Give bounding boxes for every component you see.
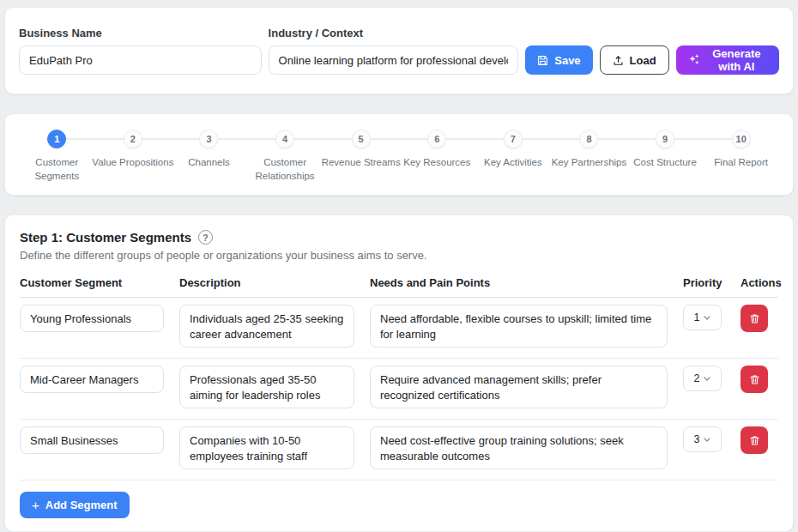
- step-label: Key Partnerships: [552, 156, 627, 170]
- stepper-step-cost-structure[interactable]: 9 Cost Structure: [627, 130, 704, 183]
- step-connector-line: [247, 138, 275, 140]
- step-connector-line: [751, 138, 779, 140]
- stepper-card: 1 Customer Segments 2 Value Propositions…: [4, 113, 794, 196]
- priority-select[interactable]: 1: [683, 305, 722, 330]
- step-circle: 7: [504, 130, 523, 148]
- stepper-step-revenue-streams[interactable]: 5 Revenue Streams: [323, 130, 399, 183]
- step-circle: 5: [352, 130, 371, 148]
- page-title: Step 1: Customer Segments: [20, 230, 191, 245]
- segment-description-textarea[interactable]: Professionals aged 35-50 aiming for lead…: [179, 366, 354, 408]
- segment-needs-textarea[interactable]: Need cost-effective group training solut…: [370, 426, 668, 469]
- step-connector-line: [294, 138, 323, 140]
- trash-icon: [749, 374, 760, 385]
- step-connector-line: [142, 138, 171, 140]
- column-header-priority: Priority: [683, 276, 741, 289]
- column-header-segment: Customer Segment: [20, 276, 179, 289]
- step-circle: 4: [275, 130, 294, 148]
- trash-icon: [749, 313, 760, 324]
- step-connector-line: [598, 138, 626, 140]
- plus-icon: +: [32, 499, 39, 511]
- stepper-step-customer-segments[interactable]: 1 Customer Segments: [19, 130, 95, 183]
- step-circle: 1: [47, 130, 66, 148]
- stepper-step-key-activities[interactable]: 7 Key Activities: [475, 130, 552, 183]
- sparkles-icon: [688, 54, 700, 66]
- step-connector-line: [446, 138, 475, 140]
- priority-select[interactable]: 2: [683, 366, 722, 391]
- segment-description-textarea[interactable]: Companies with 10-50 employees training …: [179, 426, 354, 469]
- table-row: Individuals aged 25-35 seeking career ad…: [20, 298, 778, 359]
- table-row: Companies with 10-50 employees training …: [20, 420, 778, 481]
- generate-ai-button[interactable]: Generate with AI: [676, 45, 779, 75]
- industry-input[interactable]: [269, 45, 519, 75]
- industry-label: Industry / Context: [269, 27, 519, 39]
- step-connector-line: [674, 138, 703, 140]
- delete-row-button[interactable]: [741, 426, 768, 454]
- upload-icon: [613, 55, 624, 66]
- stepper-step-channels[interactable]: 3 Channels: [171, 130, 247, 183]
- step-connector-line: [218, 138, 246, 140]
- business-name-label: Business Name: [19, 27, 262, 39]
- step-connector-line: [475, 138, 504, 140]
- add-segment-label: Add Segment: [45, 499, 118, 511]
- step-circle: 6: [427, 130, 446, 148]
- step-connector-line: [399, 138, 427, 140]
- load-button-label: Load: [630, 54, 656, 67]
- stepper-step-key-partnerships[interactable]: 8 Key Partnerships: [551, 130, 627, 183]
- page: Business Name Industry / Context Save: [0, 0, 798, 532]
- business-name-input[interactable]: [19, 45, 262, 75]
- segment-name-input[interactable]: [20, 305, 164, 332]
- save-icon: [537, 55, 548, 66]
- trash-icon: [749, 435, 760, 446]
- priority-value: 2: [694, 372, 700, 384]
- step-connector-line: [323, 138, 351, 140]
- step-label: Final Report: [714, 156, 768, 170]
- step-content-card: Step 1: Customer Segments ? Define the d…: [4, 215, 794, 532]
- stepper-step-customer-relationships[interactable]: 4 Customer Relationships: [247, 130, 323, 183]
- business-form-card: Business Name Industry / Context Save: [4, 7, 794, 94]
- step-connector-line: [523, 138, 551, 140]
- segment-name-input[interactable]: [20, 366, 164, 393]
- add-segment-button[interactable]: + Add Segment: [20, 492, 130, 518]
- segment-needs-textarea[interactable]: Need affordable, flexible courses to ups…: [370, 305, 668, 348]
- step-label: Revenue Streams: [322, 156, 401, 170]
- column-header-description: Description: [179, 276, 370, 289]
- stepper-step-key-resources[interactable]: 6 Key Resources: [399, 130, 475, 183]
- column-header-actions: Actions: [741, 276, 780, 289]
- step-label: Channels: [188, 156, 230, 170]
- generate-ai-button-label: Generate with AI: [706, 47, 767, 73]
- step-circle: 10: [732, 130, 751, 148]
- step-connector-line: [95, 138, 124, 140]
- column-header-needs: Needs and Pain Points: [370, 276, 683, 289]
- segments-table: Customer Segment Description Needs and P…: [20, 276, 778, 481]
- segment-name-input[interactable]: [20, 426, 164, 454]
- stepper-step-value-propositions[interactable]: 2 Value Propositions: [95, 130, 172, 183]
- step-connector-line: [19, 138, 47, 140]
- help-icon[interactable]: ?: [198, 230, 213, 245]
- priority-value: 3: [694, 433, 700, 445]
- table-header-row: Customer Segment Description Needs and P…: [20, 276, 778, 298]
- step-connector-line: [627, 138, 656, 140]
- segment-needs-textarea[interactable]: Require advanced management skills; pref…: [370, 366, 668, 408]
- segment-description-textarea[interactable]: Individuals aged 25-35 seeking career ad…: [179, 305, 354, 348]
- step-connector-line: [551, 138, 579, 140]
- stepper-step-final-report[interactable]: 10 Final Report: [703, 130, 779, 183]
- step-label: Key Activities: [484, 156, 542, 170]
- step-label: Customer Segments: [29, 156, 84, 183]
- chevron-down-icon: [704, 377, 710, 381]
- priority-select[interactable]: 3: [683, 426, 722, 452]
- step-connector-line: [66, 138, 94, 140]
- step-circle: 9: [656, 130, 674, 148]
- delete-row-button[interactable]: [741, 366, 768, 393]
- step-connector-line: [703, 138, 731, 140]
- save-button-label: Save: [554, 54, 580, 67]
- step-circle: 3: [199, 130, 218, 148]
- delete-row-button[interactable]: [741, 305, 768, 332]
- step-subtitle: Define the different groups of people or…: [20, 249, 778, 262]
- chevron-down-icon: [704, 438, 710, 442]
- save-button[interactable]: Save: [525, 45, 592, 75]
- load-button[interactable]: Load: [600, 45, 669, 75]
- step-label: Cost Structure: [633, 156, 697, 170]
- chevron-down-icon: [704, 316, 710, 320]
- step-label: Key Resources: [403, 156, 470, 170]
- step-circle: 8: [579, 130, 598, 148]
